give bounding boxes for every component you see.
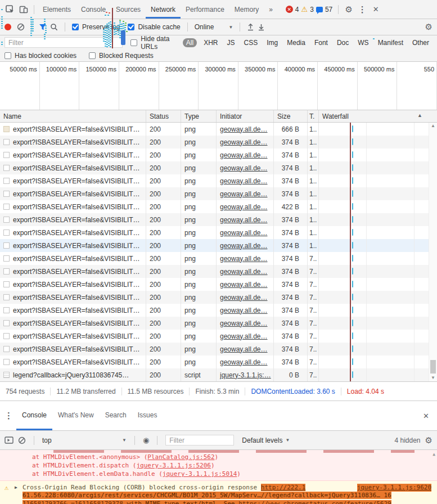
has-blocked-cookies-checkbox[interactable] — [4, 52, 11, 59]
log-levels-dropdown[interactable]: Default levels▼ — [242, 436, 290, 444]
column-header-name[interactable]: Name — [0, 110, 146, 122]
request-row[interactable]: export?ISBASELAYER=false&VISIBILIT… 200 … — [0, 239, 437, 252]
request-row[interactable]: export?ISBASELAYER=false&VISIBILIT… 200 … — [0, 148, 437, 161]
kebab-menu-icon[interactable]: ⋮ — [355, 0, 369, 19]
request-row[interactable]: export?ISBASELAYER=false&VISIBILIT… 200 … — [0, 123, 437, 136]
initiator-link[interactable]: geoway.all.de… — [220, 242, 268, 250]
console-filter-input[interactable] — [165, 435, 234, 446]
settings-gear-icon[interactable]: ⚙ — [342, 0, 355, 19]
panel-tab[interactable]: Sources — [111, 0, 146, 19]
drawer-kebab-menu-icon[interactable]: ⋮ — [4, 411, 13, 421]
panel-tab[interactable]: Console — [76, 0, 111, 19]
execution-context-dropdown[interactable]: top▼ — [42, 436, 127, 444]
request-row[interactable]: export?ISBASELAYER=false&VISIBILIT… 200 … — [0, 330, 437, 343]
initiator-link[interactable]: geoway.all.de… — [220, 358, 268, 366]
hide-data-urls-checkbox[interactable] — [130, 39, 137, 46]
close-devtools-icon[interactable]: ✕ — [369, 0, 382, 19]
request-row[interactable]: export?ISBASELAYER=false&VISIBILIT… 200 … — [0, 265, 437, 278]
close-drawer-icon[interactable]: ✕ — [423, 412, 429, 420]
live-expression-eye-icon[interactable]: ◉ — [143, 436, 149, 444]
source-link[interactable]: jquery-3.1.1.js:5206 — [136, 462, 210, 469]
issue-badges[interactable]: ✕ 4 ⚠ 3 57 — [286, 6, 332, 14]
initiator-link[interactable]: geoway.all.de… — [220, 138, 268, 146]
request-row[interactable]: export?ISBASELAYER=false&VISIBILIT… 200 … — [0, 291, 437, 304]
initiator-link[interactable]: geoway.all.de… — [220, 345, 268, 353]
initiator-link[interactable]: geoway.all.de… — [220, 151, 268, 159]
request-row[interactable]: export?ISBASELAYER=false&VISIBILIT… 200 … — [0, 317, 437, 330]
initiator-link[interactable]: geoway.all.de… — [220, 125, 268, 133]
console-warning-message[interactable]: ⚠ ▶ jquery-3.1.1.js:9620 Cross-Origin Re… — [0, 481, 437, 504]
column-header-status[interactable]: Status — [146, 110, 181, 122]
initiator-link[interactable]: geoway.all.de… — [220, 307, 268, 314]
request-row[interactable]: export?ISBASELAYER=false&VISIBILIT… 200 … — [0, 200, 437, 213]
console-sidebar-icon[interactable] — [4, 436, 13, 444]
filter-pill[interactable]: Manifest — [375, 38, 407, 47]
request-row[interactable]: export?ISBASELAYER=false&VISIBILIT… 200 … — [0, 136, 437, 148]
filter-pill[interactable]: WS — [354, 38, 372, 47]
initiator-link[interactable]: geoway.all.de… — [220, 294, 268, 302]
panel-tab[interactable]: Performance — [181, 0, 229, 19]
column-header-time[interactable]: T. — [308, 110, 319, 122]
initiator-link[interactable]: geoway.all.de… — [220, 190, 268, 198]
initiator-link[interactable]: geoway.all.de… — [220, 320, 268, 327]
request-row[interactable]: export?ISBASELAYER=false&VISIBILIT… 200 … — [0, 304, 437, 317]
panel-tab[interactable]: Elements — [38, 0, 76, 19]
device-toolbar-icon[interactable] — [17, 0, 30, 19]
more-tabs-button[interactable]: » — [264, 0, 278, 19]
filter-pill[interactable]: Other — [409, 38, 433, 47]
network-filter-input[interactable] — [4, 37, 123, 48]
scroll-up-icon[interactable]: ▲ — [431, 123, 435, 129]
request-row[interactable]: export?ISBASELAYER=false&VISIBILIT… 200 … — [0, 174, 437, 187]
network-overview-timeline[interactable]: 50000 ms100000 ms150000 ms200000 ms25000… — [0, 62, 437, 110]
drawer-tab[interactable]: Search — [100, 401, 132, 430]
filter-pill[interactable]: Doc — [334, 38, 352, 47]
filter-pill[interactable]: CSS — [241, 38, 262, 47]
column-header-type[interactable]: Type — [181, 110, 217, 122]
initiator-link[interactable]: geoway.all.de… — [220, 216, 268, 224]
filter-pill[interactable]: Font — [311, 38, 331, 47]
filter-pill[interactable]: All — [183, 38, 197, 47]
drawer-tab[interactable]: Issues — [132, 401, 163, 430]
panel-tab[interactable]: Network — [146, 0, 181, 19]
drawer-tab[interactable]: Console — [16, 401, 52, 430]
export-har-icon[interactable] — [258, 23, 265, 31]
search-icon[interactable] — [50, 23, 58, 31]
console-settings-gear-icon[interactable]: ⚙ — [425, 436, 433, 445]
clear-console-icon[interactable] — [18, 436, 26, 444]
preserve-log-checkbox[interactable] — [72, 24, 79, 30]
network-settings-gear-icon[interactable]: ⚙ — [425, 22, 433, 32]
filter-pill[interactable]: Img — [263, 38, 281, 47]
throttling-dropdown[interactable]: Online▼ — [195, 23, 233, 31]
scroll-down-icon[interactable]: ▼ — [431, 375, 435, 381]
console-error-message[interactable]: ▲ at HTMLDivElement.<anonymous> (PlanCat… — [0, 450, 437, 481]
blocked-url-link[interactable]: 11658179376&_=1611658179378 — [22, 500, 123, 504]
record-network-log-button[interactable] — [4, 24, 11, 30]
request-row[interactable]: export?ISBASELAYER=false&VISIBILIT… 200 … — [0, 343, 437, 356]
request-row[interactable]: export?ISBASELAYER=false&VISIBILIT… 200 … — [0, 252, 437, 265]
chromestatus-link[interactable]: https://www.chromestatus.com/feature/562… — [238, 500, 391, 504]
column-header-size[interactable]: Size — [274, 110, 308, 122]
panel-tab[interactable]: Memory — [229, 0, 264, 19]
initiator-link[interactable]: geoway.all.de… — [220, 281, 268, 289]
request-row[interactable]: export?ISBASELAYER=false&VISIBILIT… 200 … — [0, 278, 437, 291]
disable-cache-checkbox[interactable] — [128, 24, 134, 30]
initiator-link[interactable]: jquery-3.1.1.js:… — [220, 371, 271, 379]
request-row[interactable]: export?ISBASELAYER=false&VISIBILIT… 200 … — [0, 161, 437, 174]
initiator-link[interactable]: geoway.all.de… — [220, 268, 268, 276]
initiator-link[interactable]: geoway.all.de… — [220, 229, 268, 237]
request-row[interactable]: export?ISBASELAYER=false&VISIBILIT… 200 … — [0, 213, 437, 226]
expand-triangle-icon[interactable]: ▶ — [15, 484, 17, 492]
filter-pill[interactable]: Media — [283, 38, 309, 47]
request-row[interactable]: export?ISBASELAYER=false&VISIBILIT… 200 … — [0, 356, 437, 368]
initiator-link[interactable]: geoway.all.de… — [220, 164, 268, 172]
initiator-link[interactable]: geoway.all.de… — [220, 332, 268, 340]
initiator-link[interactable]: geoway.all.de… — [220, 255, 268, 263]
source-link[interactable]: PlanCatalog.js:562 — [147, 453, 214, 461]
column-header-initiator[interactable]: Initiator — [217, 110, 274, 122]
table-scrollbar[interactable]: ▲ ▼ — [429, 123, 437, 381]
filter-pill[interactable]: XHR — [200, 38, 221, 47]
initiator-link[interactable]: geoway.all.de… — [220, 203, 268, 211]
inspect-element-icon[interactable] — [3, 0, 17, 19]
filter-funnel-icon[interactable] — [39, 24, 47, 31]
blocked-url-link[interactable]: http://222.1 — [261, 484, 305, 491]
